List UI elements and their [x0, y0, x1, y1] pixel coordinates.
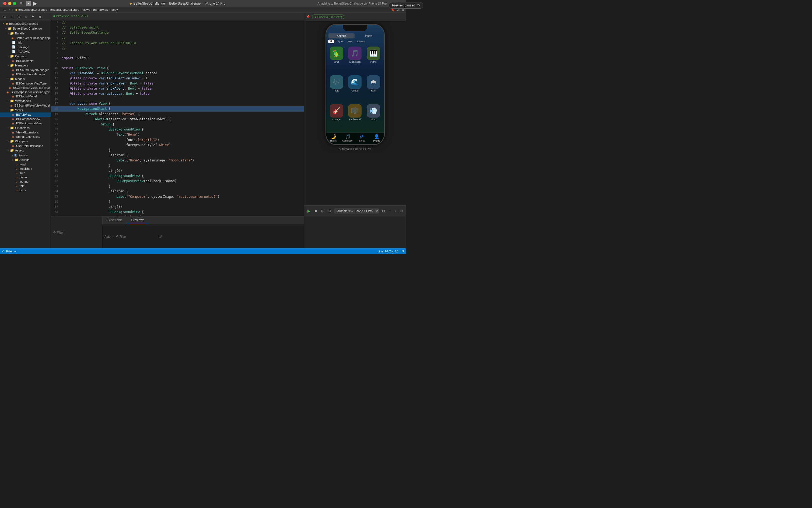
add-filter-btn[interactable]: +	[14, 250, 16, 253]
sound-label-piano: Piano	[370, 60, 377, 63]
sound-item-birds[interactable]: 🦜 Birds	[328, 47, 345, 73]
sidebar-item-flute[interactable]: ♪ flute	[0, 171, 51, 175]
sidebar-item-bssoundplayerviewmodel[interactable]: ◉ BSSoundPlayerViewModel	[0, 103, 51, 108]
sound-item-flute[interactable]: 🎶 Flute	[328, 75, 345, 102]
play-button[interactable]: ▶	[33, 1, 37, 6]
device-selector[interactable]: Automatic – iPhone 14 Pro iPhone 14 iPho…	[334, 208, 379, 214]
zoom-out-button[interactable]: −	[387, 208, 392, 214]
sidebar-btn-6[interactable]: ⊠	[37, 14, 43, 19]
nav-back[interactable]: ‹	[9, 7, 11, 12]
sound-item-rain[interactable]: 🌧 Rain	[365, 75, 382, 102]
sidebar-item-common[interactable]: ▾ 📁 Common	[0, 54, 51, 59]
sidebar-item-assets-group[interactable]: ▾ 📁 Assets	[0, 148, 51, 153]
zoom-fit-button[interactable]: ⊡	[381, 208, 386, 214]
sound-item-orchestral[interactable]: 🎼 Orchestral	[347, 104, 363, 131]
sidebar-item-project[interactable]: ▾ ◆ BetterSleepChallenge	[0, 21, 51, 26]
sidebar-item-bscomposerviewsoundtype[interactable]: ◉ BSComposerViewSoundType	[0, 90, 51, 94]
sidebar-item-stringextensions[interactable]: ◉ String+Extensions	[0, 134, 51, 139]
filter-recent[interactable]: Recent	[355, 40, 367, 43]
preview-grid-button[interactable]: ⊞	[320, 208, 325, 214]
phone-tab-sleep[interactable]: 💤 Sleep	[355, 134, 370, 142]
tab-music[interactable]: Music	[356, 33, 382, 39]
sidebar-item-info[interactable]: 📄 Info	[0, 40, 51, 45]
tab-executable[interactable]: Executable	[102, 216, 127, 224]
auto-selector[interactable]: Auto ⌄	[105, 235, 114, 238]
sound-item-lounge[interactable]: 🎸 Lounge	[328, 104, 345, 131]
sidebar-item-viewextensions[interactable]: ◉ View+Extensions	[0, 130, 51, 134]
breadcrumb-bstabview[interactable]: BSTabView	[93, 8, 108, 11]
sidebar-item-bscomposerviewtype[interactable]: ◉ BSComposerViewType	[0, 81, 51, 86]
filter-new[interactable]: New	[346, 40, 354, 43]
zoom-full-button[interactable]: ⊞	[399, 208, 404, 214]
sidebar-btn-4[interactable]: ⌕	[23, 14, 29, 19]
sidebar-btn-5[interactable]: ⚑	[30, 14, 36, 19]
preview-settings-button[interactable]: ⚙	[327, 208, 332, 214]
sidebar-btn-3[interactable]: ⊕	[16, 14, 22, 19]
grid-icon[interactable]: ⊞	[2, 7, 7, 12]
tab-sounds[interactable]: Sounds	[328, 33, 355, 39]
bottom-filter-input[interactable]	[120, 235, 157, 238]
sound-item-piano[interactable]: 🎹 Piano	[365, 47, 382, 73]
sidebar-item-bscomposerviewfiltertype[interactable]: ◉ BSComposerViewFilterType	[0, 86, 51, 90]
sidebar-item-package[interactable]: 📄 Package	[0, 45, 51, 49]
tab-previews-label: Previews	[131, 218, 144, 222]
sidebar-item-managers[interactable]: ▾ 📁 Managers	[0, 63, 51, 68]
preview-stop-button[interactable]: ■	[313, 208, 319, 214]
sidebar-item-birds[interactable]: ♪ birds	[0, 188, 51, 193]
breadcrumb-body[interactable]: body	[112, 8, 118, 11]
stop-button[interactable]: ■	[26, 1, 31, 6]
zoom-in-button[interactable]: +	[393, 208, 398, 214]
tab-previews[interactable]: Previews	[127, 216, 149, 224]
sidebar-item-piano[interactable]: ♪ piano	[0, 175, 51, 179]
sidebar-item-lounge[interactable]: ♪ lounge	[0, 179, 51, 184]
sidebar-item-bssoundmodel[interactable]: ◉ BSSoundModel	[0, 94, 51, 98]
sidebar-item-bundle[interactable]: ▾ 📁 Bundle	[0, 31, 51, 36]
sidebar-filter-input[interactable]	[57, 231, 100, 234]
breadcrumb-views[interactable]: Views	[82, 8, 90, 11]
sidebar-item-app[interactable]: ◉ BetterSleepChallengeApp	[0, 36, 51, 40]
sidebar-item-musicbox[interactable]: ♪ musicbox	[0, 167, 51, 171]
sidebar-item-sounds-folder[interactable]: ▾ 📁 Sounds	[0, 157, 51, 162]
sidebar-item-extensions[interactable]: ▾ 📁 Extensions	[0, 125, 51, 130]
minimize-button[interactable]	[8, 2, 11, 5]
close-button[interactable]	[3, 2, 6, 5]
sidebar-item-bsbackgroundview[interactable]: ◉ BSBackgroundView	[0, 121, 51, 125]
preview-play-button[interactable]: ▶	[306, 208, 312, 214]
sound-item-ocean[interactable]: 🌊 Ocean	[347, 75, 363, 102]
sidebar-item-rain[interactable]: ♪ rain	[0, 184, 51, 188]
sidebar-item-viewmodels[interactable]: ▾ 📁 ViewModels	[0, 98, 51, 103]
phone-tab-profile[interactable]: 👤 Profile	[369, 134, 384, 142]
sound-item-musicbox[interactable]: 🎵 Music Box	[347, 47, 363, 73]
breadcrumb-project[interactable]: BetterSleepChallenge	[18, 8, 47, 11]
sound-item-wind[interactable]: 💨 Wind	[365, 104, 382, 131]
sidebar-item-bscomposerview[interactable]: ◉ BSComposerView	[0, 117, 51, 121]
sidebar-btn-2[interactable]: ⊟	[9, 14, 14, 19]
sidebar-item-models[interactable]: ▾ 📁 Models	[0, 76, 51, 81]
filter-my[interactable]: My ❤	[335, 40, 345, 43]
navigator-toggle[interactable]: ⊟	[18, 1, 24, 6]
phone-tab-home[interactable]: 🌙 Home	[326, 134, 341, 142]
sidebar-item-bstabview[interactable]: ◉ BSTabView	[0, 113, 51, 117]
sidebar-item-readme[interactable]: 📄 README	[0, 49, 51, 54]
folder-icon: 📁	[10, 126, 14, 130]
sidebar-item-views[interactable]: ▾ 📁 Views	[0, 108, 51, 113]
sidebar-btn-1[interactable]: ≡	[2, 14, 7, 19]
sidebar-item-userdefaultsbacked[interactable]: ◉ UserDefaultsBacked	[0, 144, 51, 148]
sidebar-item-bsconstants[interactable]: ◉ BSConstants	[0, 59, 51, 63]
sidebar-item-wrappers[interactable]: ▾ 📁 Wrappers	[0, 139, 51, 144]
pin-icon[interactable]: 📌	[306, 15, 310, 18]
code-editor[interactable]: ● Preview (Line 212) 1// 2// BSTabView.s…	[51, 13, 304, 216]
nav-forward[interactable]: ›	[12, 7, 14, 12]
phone-tab-composer[interactable]: 🎵 Composer	[340, 134, 355, 142]
phone-frame: Sounds Music All	[325, 24, 385, 145]
sidebar-item-bsuserstoremanager[interactable]: ◉ BSUserStoreManager	[0, 72, 51, 76]
breadcrumb-target[interactable]: BetterSleepChallenge	[50, 8, 79, 11]
sidebar-item-assets[interactable]: ▾ ◧ Assets	[0, 153, 51, 157]
sidebar-item-bssoundplayermanager[interactable]: ◉ BSSoundPlayerManager	[0, 68, 51, 72]
sidebar-item-target[interactable]: ▾ 📁 BetterSleepChallenge	[0, 26, 51, 31]
sidebar-item-wind[interactable]: ♪ wind	[0, 162, 51, 167]
filter-all[interactable]: All	[328, 40, 334, 43]
inspector-toggle[interactable]: ⊡	[401, 249, 404, 253]
filter-status-btn[interactable]: ⊙	[2, 249, 5, 253]
fullscreen-button[interactable]	[13, 2, 16, 5]
